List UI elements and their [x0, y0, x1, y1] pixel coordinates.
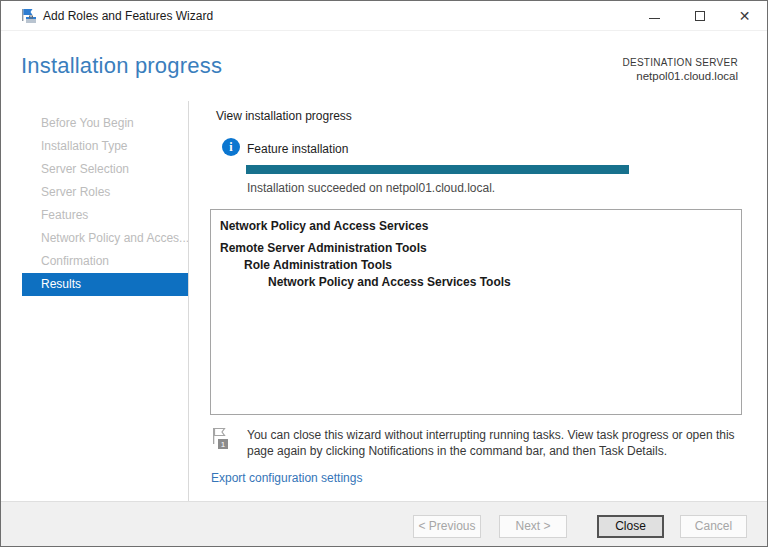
installed-features-list[interactable]: Network Policy and Access Services Remot…	[210, 209, 742, 415]
info-icon: i	[222, 138, 240, 156]
wizard-steps-sidebar: Before You Begin Installation Type Serve…	[1, 101, 188, 501]
page-title: Installation progress	[21, 53, 222, 79]
footer-bar: < Previous Next > Close Cancel	[1, 501, 767, 546]
sidebar-item-confirmation: Confirmation	[22, 250, 188, 273]
installation-progress-bar	[246, 165, 629, 174]
list-item: Network Policy and Access Services	[220, 218, 733, 235]
destination-server-block: DESTINATION SERVER netpol01.cloud.local	[622, 57, 738, 82]
sidebar-item-server-selection: Server Selection	[22, 158, 188, 181]
minimize-icon	[649, 18, 660, 19]
sidebar-item-server-roles: Server Roles	[22, 181, 188, 204]
main-content: View installation progress i Feature ins…	[189, 101, 768, 501]
maximize-icon	[695, 11, 705, 21]
maximize-button[interactable]	[677, 1, 722, 31]
notification-count-badge: 1	[217, 438, 229, 450]
previous-button: < Previous	[413, 515, 481, 538]
sidebar-item-before-you-begin: Before You Begin	[22, 112, 188, 135]
close-button[interactable]: Close	[597, 515, 664, 538]
feature-installation-title: Feature installation	[247, 142, 348, 156]
close-icon: ✕	[739, 8, 751, 24]
destination-server-label: DESTINATION SERVER	[622, 57, 738, 68]
wizard-window: Add Roles and Features Wizard ✕ Installa…	[0, 0, 768, 547]
notification-flag-icon: 1	[212, 427, 234, 453]
minimize-button[interactable]	[632, 1, 677, 31]
wizard-app-icon	[21, 8, 37, 24]
sidebar-item-results[interactable]: Results	[22, 273, 188, 296]
sidebar-item-features: Features	[22, 204, 188, 227]
next-button: Next >	[499, 515, 567, 538]
installation-status-text: Installation succeeded on netpol01.cloud…	[247, 181, 495, 195]
window-title: Add Roles and Features Wizard	[43, 1, 213, 31]
section-label: View installation progress	[216, 109, 352, 123]
export-configuration-link[interactable]: Export configuration settings	[211, 471, 362, 485]
installation-progress-fill	[246, 165, 629, 174]
cancel-button: Cancel	[680, 515, 747, 538]
close-window-button[interactable]: ✕	[722, 1, 767, 31]
list-item: Remote Server Administration Tools	[220, 240, 733, 257]
list-item: Network Policy and Access Services Tools	[220, 274, 733, 291]
sidebar-item-network-policy: Network Policy and Acces...	[22, 227, 188, 250]
list-item: Role Administration Tools	[220, 257, 733, 274]
destination-server-name: netpol01.cloud.local	[622, 70, 738, 82]
title-bar: Add Roles and Features Wizard ✕	[1, 1, 767, 31]
sidebar-item-installation-type: Installation Type	[22, 135, 188, 158]
close-wizard-note: You can close this wizard without interr…	[247, 427, 741, 459]
